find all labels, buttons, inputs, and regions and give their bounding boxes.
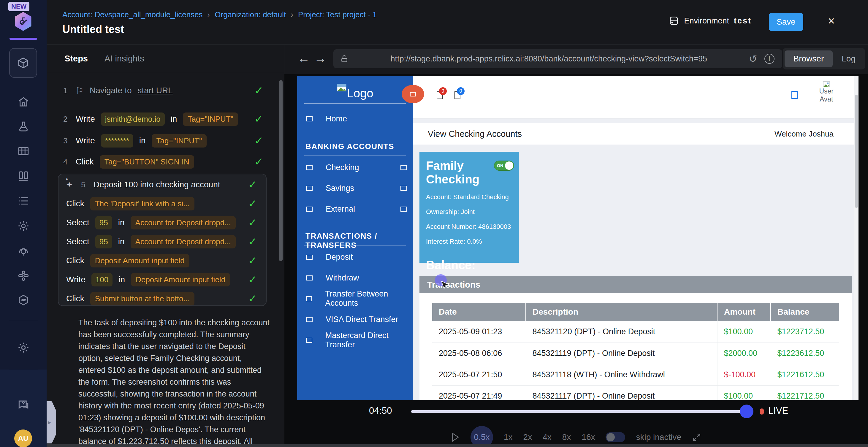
speed-1x[interactable]: 1x	[504, 433, 513, 442]
tab-steps[interactable]: Steps	[64, 54, 88, 64]
start-url-link[interactable]: start URL	[138, 86, 173, 95]
sidebar-item-runs[interactable]	[0, 170, 46, 182]
step-selector-chip: Tag="INPUT"	[152, 134, 207, 148]
reload-icon[interactable]: ↺	[749, 53, 757, 65]
sidebar-item-settings[interactable]	[0, 220, 46, 232]
sidebar-item-inspect[interactable]	[0, 245, 46, 257]
cards-icon	[17, 170, 30, 182]
bottom-scrollbar[interactable]	[46, 444, 868, 447]
table-row: 2025-05-07 21:49 845321117 (DPT) - Onlin…	[432, 385, 839, 400]
bank-nav-withdraw[interactable]: Withdraw	[297, 271, 413, 284]
bank-page-scrollbar[interactable]	[854, 76, 859, 400]
session-video: Logo Home BANKING ACCOUNTS Checking Savi…	[284, 74, 868, 447]
cell-date: 2025-05-09 01:23	[432, 321, 526, 343]
close-icon[interactable]: ×	[828, 14, 835, 28]
sidebar-item-help[interactable]	[0, 398, 46, 411]
save-button[interactable]: Save	[769, 13, 803, 31]
message-icon[interactable]: 0	[455, 91, 460, 99]
cell-date: 2025-05-07 21:49	[432, 385, 526, 400]
steps-scrollbar-thumb[interactable]	[279, 80, 283, 261]
substep-row-3[interactable]: Select 95 in Account for Deposit dropd..…	[66, 235, 257, 249]
url-bar[interactable]: http://stage.dbank.prod-apps.relicx.ai:8…	[333, 49, 782, 68]
bank-nav-savings[interactable]: Savings	[297, 182, 413, 195]
speed-0-5x[interactable]: 0.5x	[470, 426, 493, 447]
page-title: Untitled test	[62, 23, 124, 36]
browser-back-icon[interactable]: ←	[298, 51, 310, 65]
substep-row-4[interactable]: Click Deposit Amount input field ✓	[66, 254, 257, 267]
playback-time: 04:50	[369, 406, 392, 416]
step-row-4[interactable]: 4 Click Tag="BUTTON" SIGN IN ✓	[63, 155, 263, 169]
substep-action: Click	[66, 294, 84, 304]
bank-nav-mastercard[interactable]: Mastercard Direct Transfer	[297, 333, 413, 347]
account-toggle[interactable]: ON	[494, 161, 514, 171]
speed-16x[interactable]: 16x	[582, 433, 595, 442]
url-text[interactable]: http://stage.dbank.prod-apps.relicx.ai:8…	[349, 54, 749, 64]
breadcrumb: Account: Devspace_all_module_licenses › …	[62, 10, 377, 19]
substep-action: Click	[66, 199, 84, 209]
bank-section-transactions: TRANSACTIONS / TRANSFERS	[306, 231, 413, 250]
substep-row-2[interactable]: Select 95 in Account for Deposit dropd..…	[66, 216, 257, 229]
speed-2x[interactable]: 2x	[523, 433, 532, 442]
tab-ai-insights[interactable]: AI insights	[104, 54, 144, 64]
header-broken-image-icon[interactable]	[792, 91, 798, 99]
step-group-card[interactable]: ✦✦ 5 Deposit 100 into checking account ✓…	[58, 173, 267, 306]
environment-value[interactable]: test	[734, 16, 752, 26]
tab-log[interactable]: Log	[834, 51, 863, 67]
bank-nav-visa[interactable]: VISA Direct Transfer	[297, 313, 413, 326]
live-label: LIVE	[768, 406, 788, 416]
scrollbar-thumb[interactable]	[855, 95, 858, 208]
bank-nav-transfer[interactable]: Transfer Between Accounts	[297, 292, 413, 305]
sidebar-item-home[interactable]	[0, 96, 46, 108]
transactions-panel: Date Description Amount Balance 2025-05-…	[420, 293, 852, 400]
bank-nav-external[interactable]: External	[297, 202, 413, 216]
step-success-check-icon: ✓	[254, 134, 263, 147]
step-row-2[interactable]: 2 Write jsmith@demo.io in Tag="INPUT" ✓	[63, 112, 263, 126]
substep-value-chip: 95	[95, 216, 112, 229]
substep-row-6[interactable]: Click Submit button at the botto... ✓	[66, 292, 257, 306]
sidebar-item-lab[interactable]	[0, 121, 46, 133]
breadcrumb-project[interactable]: Project: Test project - 1	[298, 10, 377, 19]
breadcrumb-organization[interactable]: Organization: default	[215, 10, 286, 19]
cell-balance: $1223712.50	[771, 321, 839, 343]
step-action: Write	[76, 136, 95, 146]
breadcrumb-account[interactable]: Account: Devspace_all_module_licenses	[62, 10, 203, 19]
panel-collapse-handle[interactable]: ▸	[46, 401, 56, 443]
playback-slider[interactable]	[411, 410, 752, 413]
substep-row-5[interactable]: Write 100 in Deposit Amount input field …	[66, 273, 257, 286]
step-group-header[interactable]: ✦✦ 5 Deposit 100 into checking account ✓	[66, 178, 257, 191]
substep-row-1[interactable]: Click The 'Deposit' link with a si... ✓	[66, 197, 257, 211]
step-row-1[interactable]: 1 ⚐ Navigate to start URL ✓	[63, 84, 263, 98]
sidebar-item-tests-active[interactable]	[9, 48, 37, 78]
sidebar-item-cicd[interactable]	[0, 294, 46, 306]
play-icon[interactable]	[451, 432, 460, 442]
cell-balance: $1223612.50	[771, 343, 839, 364]
broken-image-icon	[337, 84, 346, 91]
browser-forward-icon[interactable]: →	[314, 51, 327, 65]
divider	[304, 103, 406, 104]
speed-8x[interactable]: 8x	[562, 433, 571, 442]
skip-inactive-toggle[interactable]	[606, 432, 625, 442]
cell-balance: $1221712.50	[771, 385, 839, 400]
user-avatar[interactable]: AU	[14, 429, 32, 447]
speed-4x[interactable]: 4x	[542, 433, 552, 442]
table-row: 2025-05-07 21:50 845321118 (WTH) - Onlin…	[432, 364, 839, 385]
sidebar-item-suites[interactable]	[0, 145, 46, 157]
sidebar-item-list[interactable]	[0, 195, 46, 207]
playback-slider-thumb[interactable]	[740, 405, 753, 418]
app-sidebar: NEW AU	[0, 0, 46, 447]
bank-nav-deposit[interactable]: Deposit	[297, 251, 413, 263]
bank-logo[interactable]: Logo	[297, 84, 413, 100]
step-row-3[interactable]: 3 Write ******** in Tag="INPUT" ✓	[63, 134, 263, 148]
notification-icon[interactable]: 0	[437, 91, 443, 99]
app-logo-icon[interactable]	[14, 12, 33, 31]
info-icon[interactable]: i	[765, 54, 774, 64]
bank-nav-home[interactable]: Home	[297, 112, 413, 125]
fullscreen-icon[interactable]	[692, 433, 702, 442]
sidebar-item-admin-settings[interactable]	[0, 341, 46, 354]
cube-icon	[17, 56, 30, 69]
bank-nav-checking[interactable]: Checking	[297, 161, 413, 174]
tab-browser[interactable]: Browser	[784, 51, 833, 67]
user-avatar-broken[interactable]: User Avat	[819, 81, 834, 103]
sidebar-item-slack[interactable]	[0, 269, 46, 282]
divider	[304, 156, 406, 156]
